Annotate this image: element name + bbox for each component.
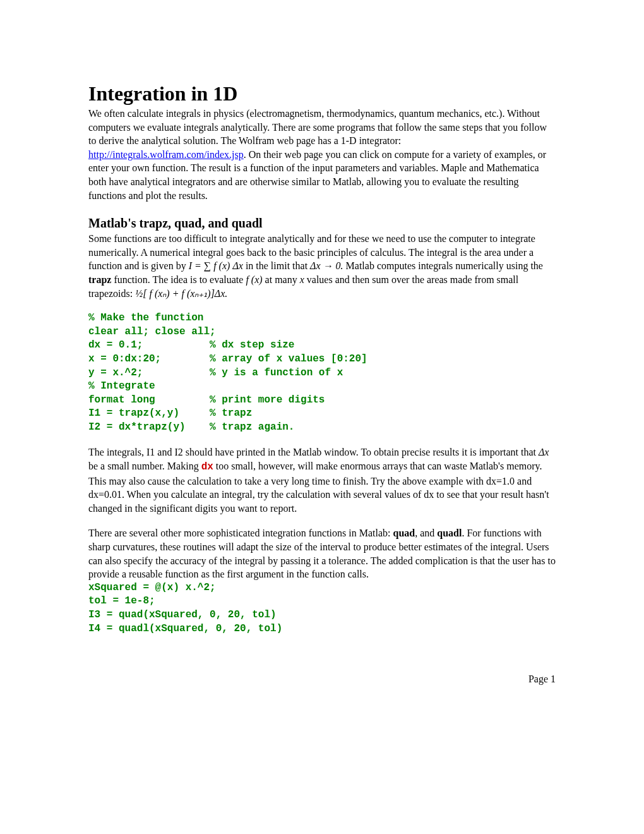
quad-name: quad bbox=[393, 528, 415, 538]
paragraph-3: There are several other more sophisticat… bbox=[88, 526, 556, 581]
text: Matlab computes integrals numerically us… bbox=[343, 260, 543, 271]
equation-trap: ½[ f (xₙ) + f (xₙ₊₁)]Δx. bbox=[135, 288, 227, 299]
equation-x: x bbox=[300, 274, 304, 285]
document-page: Integration in 1D We often calculate int… bbox=[0, 0, 644, 723]
text: , and bbox=[415, 528, 437, 538]
code-block-2: xSquared = @(x) x.^2; tol = 1e-8; I3 = q… bbox=[88, 581, 556, 636]
text: in the limit that bbox=[243, 260, 310, 271]
section-heading: Matlab's trapz, quad, and quadl bbox=[88, 216, 556, 231]
intro-text-before: We often calculate integrals in physics … bbox=[88, 108, 547, 146]
equation-fx: f (x) bbox=[246, 274, 262, 285]
intro-paragraph: We often calculate integrals in physics … bbox=[88, 107, 556, 202]
text: There are several other more sophisticat… bbox=[88, 528, 393, 538]
code-block-1: % Make the function clear all; close all… bbox=[88, 311, 556, 434]
paragraph-2: The integrals, I1 and I2 should have pri… bbox=[88, 445, 556, 515]
quadl-name: quadl bbox=[437, 528, 462, 538]
equation-limit: Δx → 0. bbox=[310, 260, 343, 271]
text: at many bbox=[263, 274, 300, 285]
section-paragraph-1: Some functions are too difficult to inte… bbox=[88, 232, 556, 300]
dx-code: dx bbox=[201, 461, 213, 473]
page-footer: Page 1 bbox=[88, 674, 556, 685]
trapz-name: trapz bbox=[88, 274, 111, 285]
text: The integrals, I1 and I2 should have pri… bbox=[88, 447, 539, 457]
text: be a small number. Making bbox=[88, 461, 201, 471]
wolfram-link[interactable]: http://integrals.wolfram.com/index.jsp bbox=[88, 149, 244, 160]
page-title: Integration in 1D bbox=[88, 82, 556, 106]
dx-math: Δx bbox=[539, 447, 549, 457]
text: function. The idea is to evaluate bbox=[111, 274, 246, 285]
equation-sum: I = ∑ f (x) Δx bbox=[189, 260, 243, 271]
